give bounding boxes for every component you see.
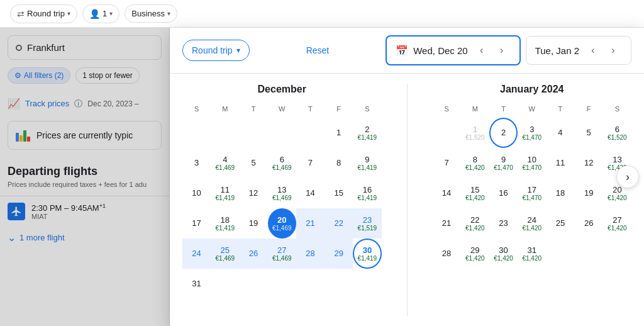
- end-date-box[interactable]: Tue, Jan 2 ‹ ›: [526, 36, 631, 65]
- calendar-day[interactable]: 30€1,420: [489, 239, 518, 269]
- start-date-box[interactable]: 📅 Wed, Dec 20 ‹ ›: [386, 35, 520, 65]
- day-number: 27: [277, 245, 286, 256]
- calendar-day[interactable]: 22: [325, 208, 353, 239]
- calendar-day[interactable]: 6€1,469: [268, 148, 296, 178]
- day-price: €1,469: [272, 195, 292, 201]
- calendar-day[interactable]: 28: [296, 239, 325, 269]
- day-number: 1: [473, 125, 477, 135]
- calendar-day[interactable]: 29€1,420: [461, 239, 489, 269]
- calendar-day[interactable]: 14: [296, 178, 325, 208]
- end-date-next[interactable]: ›: [604, 42, 622, 59]
- calendar-day[interactable]: 19: [239, 208, 267, 239]
- cal-reset-button[interactable]: Reset: [306, 45, 330, 55]
- calendar-day[interactable]: 30€1,419: [353, 239, 381, 269]
- calendar-day[interactable]: 1: [325, 118, 353, 148]
- top-bar: ⇄ Round trip ▾ 👤 1 ▾ Business ▾: [0, 0, 644, 28]
- calendar-day[interactable]: 23: [489, 208, 518, 239]
- calendar-day[interactable]: 16: [489, 178, 518, 208]
- calendar-day[interactable]: 16€1,419: [353, 178, 381, 208]
- day-price: €1,470: [522, 165, 541, 171]
- calendar-day[interactable]: 13€1,469: [268, 178, 296, 208]
- right-nav-button[interactable]: ›: [616, 166, 639, 188]
- calendar-day[interactable]: 15€1,420: [461, 178, 489, 208]
- day-number: 17: [528, 185, 536, 195]
- calendar-day[interactable]: 29: [325, 239, 353, 269]
- calendar-day[interactable]: 27€1,469: [268, 239, 296, 269]
- empty-day: [182, 118, 211, 148]
- calendar-day[interactable]: 18: [546, 178, 574, 208]
- calendar-day[interactable]: 3: [182, 148, 211, 178]
- day-number: 30: [499, 245, 508, 256]
- calendar-day[interactable]: 6€1,520: [603, 118, 631, 148]
- calendar-day[interactable]: 14: [433, 178, 461, 208]
- calendar-day[interactable]: 27€1,420: [603, 208, 631, 239]
- calendar-day[interactable]: 19: [575, 178, 603, 208]
- day-number: 2: [365, 125, 369, 135]
- calendar-popup: Round trip ▾ Reset 📅 Wed, Dec 20 ‹ › Tue…: [170, 28, 644, 326]
- calendar-day[interactable]: 28: [433, 239, 461, 269]
- day-number: 8: [473, 155, 477, 165]
- calendar-day[interactable]: 10€1,470: [518, 148, 546, 178]
- calendar-day[interactable]: 8€1,420: [461, 148, 489, 178]
- day-price: €1,420: [494, 256, 513, 262]
- class-button[interactable]: Business ▾: [125, 4, 177, 23]
- calendar-day[interactable]: 31€1,420: [518, 239, 546, 269]
- calendar-day[interactable]: 7: [433, 148, 461, 178]
- roundtrip-button[interactable]: ⇄ Round trip ▾: [10, 4, 77, 23]
- calendar-day[interactable]: 31: [182, 269, 211, 299]
- calendar-day[interactable]: 23€1,519: [353, 208, 381, 239]
- cal-trip-selector[interactable]: Round trip ▾: [182, 40, 250, 61]
- calendar-day[interactable]: 11: [546, 148, 574, 178]
- day-number: 9: [501, 155, 506, 165]
- day-price: €1,469: [216, 165, 235, 171]
- calendar-day[interactable]: 17: [182, 208, 211, 239]
- day-number: 1: [336, 128, 341, 138]
- calendar-day[interactable]: 9€1,470: [489, 148, 518, 178]
- calendar-day[interactable]: 5: [239, 148, 267, 178]
- calendar-day[interactable]: 20€1,469: [268, 208, 296, 239]
- day-price: €1,419: [358, 256, 377, 262]
- day-number: 11: [221, 185, 230, 195]
- passengers-chevron: ▾: [109, 10, 113, 17]
- start-date-prev[interactable]: ‹: [473, 42, 491, 59]
- calendar-day[interactable]: 5: [575, 118, 603, 148]
- calendar-month-1: January 2024SMTWTFS1€1,52023€1,470456€1,…: [433, 84, 632, 316]
- calendar-day[interactable]: 24: [182, 239, 211, 269]
- day-number: 19: [249, 218, 258, 228]
- day-number: 22: [334, 218, 343, 228]
- calendar-day[interactable]: 26: [575, 208, 603, 239]
- calendar-day[interactable]: 26: [239, 239, 267, 269]
- calendar-day[interactable]: 15: [325, 178, 353, 208]
- cal-trip-label: Round trip: [192, 45, 233, 55]
- calendar-day[interactable]: 25: [546, 208, 574, 239]
- calendar-day[interactable]: 10: [182, 178, 211, 208]
- passengers-button[interactable]: 👤 1 ▾: [82, 4, 119, 23]
- calendar-day[interactable]: 3€1,470: [518, 118, 546, 148]
- calendar-day[interactable]: 12: [239, 178, 267, 208]
- calendar-day[interactable]: 25€1,469: [211, 239, 239, 269]
- calendar-day[interactable]: 11€1,419: [211, 178, 239, 208]
- calendar-day[interactable]: 18€1,419: [211, 208, 239, 239]
- calendar-day[interactable]: 8: [325, 148, 353, 178]
- day-price: €1,419: [358, 135, 377, 141]
- day-of-week-label: F: [575, 103, 603, 118]
- calendar-day[interactable]: 2€1,419: [353, 118, 381, 148]
- calendar-day[interactable]: 7: [296, 148, 325, 178]
- day-price: €1,470: [494, 165, 513, 171]
- calendar-day[interactable]: 17€1,470: [518, 178, 546, 208]
- calendar-day[interactable]: 12: [575, 148, 603, 178]
- calendar-day[interactable]: 4: [546, 118, 574, 148]
- roundtrip-icon: ⇄: [17, 9, 25, 19]
- empty-day: [239, 118, 267, 148]
- calendar-day[interactable]: 2: [489, 118, 518, 148]
- calendar-day[interactable]: 9€1,419: [353, 148, 381, 178]
- calendar-day[interactable]: 1€1,520: [461, 118, 489, 148]
- calendar-day[interactable]: 21: [433, 208, 461, 239]
- calendar-day[interactable]: 24€1,420: [518, 208, 546, 239]
- end-date-prev[interactable]: ‹: [584, 42, 602, 59]
- calendar-day[interactable]: 4€1,469: [211, 148, 239, 178]
- cal-date-selectors: 📅 Wed, Dec 20 ‹ › Tue, Jan 2 ‹ ›: [386, 35, 631, 65]
- calendar-day[interactable]: 22€1,420: [461, 208, 489, 239]
- start-date-next[interactable]: ›: [493, 42, 511, 59]
- calendar-day[interactable]: 21: [296, 208, 325, 239]
